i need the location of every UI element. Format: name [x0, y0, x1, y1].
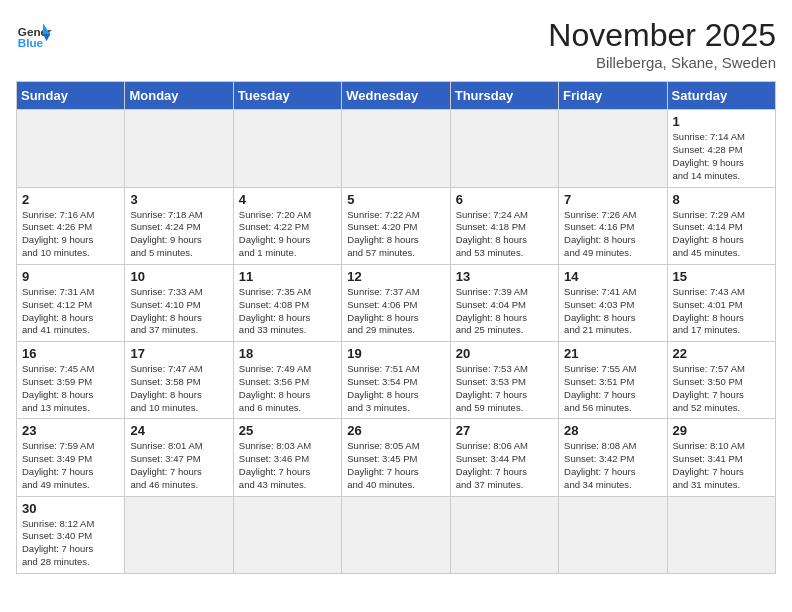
cell-sun-info: Sunrise: 8:06 AM Sunset: 3:44 PM Dayligh…: [456, 440, 553, 491]
page-header: General Blue November 2025 Billeberga, S…: [16, 16, 776, 71]
calendar-cell: [559, 496, 667, 573]
cell-sun-info: Sunrise: 7:31 AM Sunset: 4:12 PM Dayligh…: [22, 286, 119, 337]
calendar-cell: 24Sunrise: 8:01 AM Sunset: 3:47 PM Dayli…: [125, 419, 233, 496]
month-title: November 2025: [548, 16, 776, 54]
calendar-cell: 22Sunrise: 7:57 AM Sunset: 3:50 PM Dayli…: [667, 342, 775, 419]
calendar-cell: 14Sunrise: 7:41 AM Sunset: 4:03 PM Dayli…: [559, 264, 667, 341]
calendar-cell: 5Sunrise: 7:22 AM Sunset: 4:20 PM Daylig…: [342, 187, 450, 264]
day-number: 26: [347, 423, 444, 438]
calendar-cell: [667, 496, 775, 573]
day-number: 24: [130, 423, 227, 438]
calendar-cell: [233, 110, 341, 187]
day-number: 11: [239, 269, 336, 284]
calendar-cell: [342, 110, 450, 187]
calendar-cell: 27Sunrise: 8:06 AM Sunset: 3:44 PM Dayli…: [450, 419, 558, 496]
day-number: 2: [22, 192, 119, 207]
calendar-cell: 3Sunrise: 7:18 AM Sunset: 4:24 PM Daylig…: [125, 187, 233, 264]
cell-sun-info: Sunrise: 8:05 AM Sunset: 3:45 PM Dayligh…: [347, 440, 444, 491]
calendar-cell: 26Sunrise: 8:05 AM Sunset: 3:45 PM Dayli…: [342, 419, 450, 496]
cell-sun-info: Sunrise: 7:35 AM Sunset: 4:08 PM Dayligh…: [239, 286, 336, 337]
day-number: 21: [564, 346, 661, 361]
calendar-cell: [233, 496, 341, 573]
cell-sun-info: Sunrise: 8:10 AM Sunset: 3:41 PM Dayligh…: [673, 440, 770, 491]
day-number: 20: [456, 346, 553, 361]
calendar-cell: 12Sunrise: 7:37 AM Sunset: 4:06 PM Dayli…: [342, 264, 450, 341]
calendar-cell: 11Sunrise: 7:35 AM Sunset: 4:08 PM Dayli…: [233, 264, 341, 341]
cell-sun-info: Sunrise: 7:33 AM Sunset: 4:10 PM Dayligh…: [130, 286, 227, 337]
calendar-week-row: 2Sunrise: 7:16 AM Sunset: 4:26 PM Daylig…: [17, 187, 776, 264]
cell-sun-info: Sunrise: 7:45 AM Sunset: 3:59 PM Dayligh…: [22, 363, 119, 414]
calendar-week-row: 1Sunrise: 7:14 AM Sunset: 4:28 PM Daylig…: [17, 110, 776, 187]
weekday-header-monday: Monday: [125, 82, 233, 110]
calendar-cell: 7Sunrise: 7:26 AM Sunset: 4:16 PM Daylig…: [559, 187, 667, 264]
cell-sun-info: Sunrise: 7:51 AM Sunset: 3:54 PM Dayligh…: [347, 363, 444, 414]
cell-sun-info: Sunrise: 7:55 AM Sunset: 3:51 PM Dayligh…: [564, 363, 661, 414]
calendar-cell: 25Sunrise: 8:03 AM Sunset: 3:46 PM Dayli…: [233, 419, 341, 496]
day-number: 22: [673, 346, 770, 361]
day-number: 14: [564, 269, 661, 284]
weekday-header-wednesday: Wednesday: [342, 82, 450, 110]
calendar-week-row: 23Sunrise: 7:59 AM Sunset: 3:49 PM Dayli…: [17, 419, 776, 496]
day-number: 27: [456, 423, 553, 438]
day-number: 6: [456, 192, 553, 207]
calendar-cell: [17, 110, 125, 187]
logo-icon: General Blue: [16, 16, 52, 52]
day-number: 29: [673, 423, 770, 438]
calendar-cell: 18Sunrise: 7:49 AM Sunset: 3:56 PM Dayli…: [233, 342, 341, 419]
cell-sun-info: Sunrise: 7:29 AM Sunset: 4:14 PM Dayligh…: [673, 209, 770, 260]
calendar-cell: 30Sunrise: 8:12 AM Sunset: 3:40 PM Dayli…: [17, 496, 125, 573]
calendar-cell: 28Sunrise: 8:08 AM Sunset: 3:42 PM Dayli…: [559, 419, 667, 496]
calendar-cell: [559, 110, 667, 187]
calendar-cell: [125, 496, 233, 573]
calendar-cell: 21Sunrise: 7:55 AM Sunset: 3:51 PM Dayli…: [559, 342, 667, 419]
cell-sun-info: Sunrise: 8:01 AM Sunset: 3:47 PM Dayligh…: [130, 440, 227, 491]
cell-sun-info: Sunrise: 8:03 AM Sunset: 3:46 PM Dayligh…: [239, 440, 336, 491]
location: Billeberga, Skane, Sweden: [548, 54, 776, 71]
calendar-cell: [450, 110, 558, 187]
cell-sun-info: Sunrise: 7:14 AM Sunset: 4:28 PM Dayligh…: [673, 131, 770, 182]
calendar-cell: 8Sunrise: 7:29 AM Sunset: 4:14 PM Daylig…: [667, 187, 775, 264]
day-number: 3: [130, 192, 227, 207]
day-number: 9: [22, 269, 119, 284]
day-number: 12: [347, 269, 444, 284]
day-number: 17: [130, 346, 227, 361]
calendar-cell: 9Sunrise: 7:31 AM Sunset: 4:12 PM Daylig…: [17, 264, 125, 341]
weekday-header-thursday: Thursday: [450, 82, 558, 110]
day-number: 28: [564, 423, 661, 438]
cell-sun-info: Sunrise: 7:16 AM Sunset: 4:26 PM Dayligh…: [22, 209, 119, 260]
weekday-header-saturday: Saturday: [667, 82, 775, 110]
cell-sun-info: Sunrise: 7:47 AM Sunset: 3:58 PM Dayligh…: [130, 363, 227, 414]
day-number: 18: [239, 346, 336, 361]
cell-sun-info: Sunrise: 7:49 AM Sunset: 3:56 PM Dayligh…: [239, 363, 336, 414]
calendar-cell: [342, 496, 450, 573]
calendar-cell: 2Sunrise: 7:16 AM Sunset: 4:26 PM Daylig…: [17, 187, 125, 264]
calendar-cell: 6Sunrise: 7:24 AM Sunset: 4:18 PM Daylig…: [450, 187, 558, 264]
day-number: 13: [456, 269, 553, 284]
calendar-week-row: 30Sunrise: 8:12 AM Sunset: 3:40 PM Dayli…: [17, 496, 776, 573]
day-number: 19: [347, 346, 444, 361]
cell-sun-info: Sunrise: 7:18 AM Sunset: 4:24 PM Dayligh…: [130, 209, 227, 260]
cell-sun-info: Sunrise: 7:37 AM Sunset: 4:06 PM Dayligh…: [347, 286, 444, 337]
day-number: 7: [564, 192, 661, 207]
calendar-cell: 4Sunrise: 7:20 AM Sunset: 4:22 PM Daylig…: [233, 187, 341, 264]
cell-sun-info: Sunrise: 7:59 AM Sunset: 3:49 PM Dayligh…: [22, 440, 119, 491]
day-number: 5: [347, 192, 444, 207]
calendar-cell: 10Sunrise: 7:33 AM Sunset: 4:10 PM Dayli…: [125, 264, 233, 341]
cell-sun-info: Sunrise: 7:20 AM Sunset: 4:22 PM Dayligh…: [239, 209, 336, 260]
svg-text:Blue: Blue: [18, 36, 44, 49]
day-number: 16: [22, 346, 119, 361]
cell-sun-info: Sunrise: 7:39 AM Sunset: 4:04 PM Dayligh…: [456, 286, 553, 337]
calendar-week-row: 16Sunrise: 7:45 AM Sunset: 3:59 PM Dayli…: [17, 342, 776, 419]
weekday-header-sunday: Sunday: [17, 82, 125, 110]
day-number: 8: [673, 192, 770, 207]
cell-sun-info: Sunrise: 7:57 AM Sunset: 3:50 PM Dayligh…: [673, 363, 770, 414]
cell-sun-info: Sunrise: 7:26 AM Sunset: 4:16 PM Dayligh…: [564, 209, 661, 260]
day-number: 15: [673, 269, 770, 284]
calendar-cell: [125, 110, 233, 187]
calendar-cell: 16Sunrise: 7:45 AM Sunset: 3:59 PM Dayli…: [17, 342, 125, 419]
day-number: 4: [239, 192, 336, 207]
day-number: 10: [130, 269, 227, 284]
calendar-cell: 17Sunrise: 7:47 AM Sunset: 3:58 PM Dayli…: [125, 342, 233, 419]
calendar-cell: [450, 496, 558, 573]
cell-sun-info: Sunrise: 7:24 AM Sunset: 4:18 PM Dayligh…: [456, 209, 553, 260]
